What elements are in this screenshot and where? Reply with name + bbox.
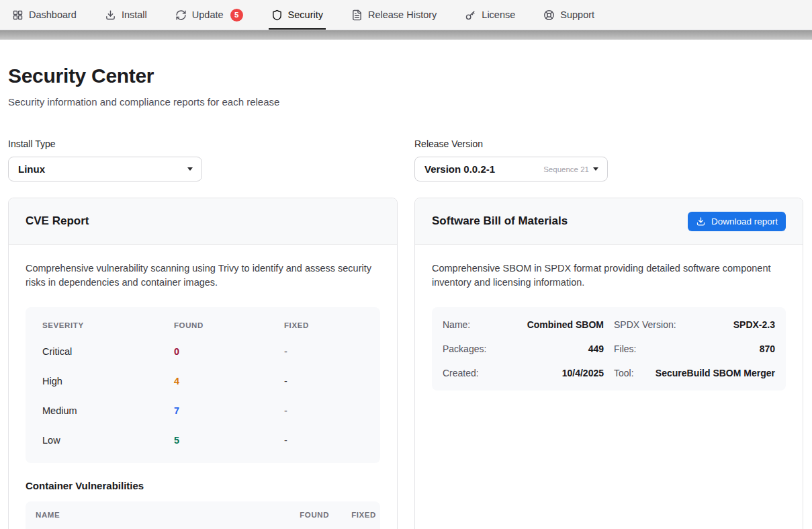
chevron-down-icon	[187, 167, 193, 171]
found-count: 0	[174, 346, 284, 357]
detail-label: SPDX Version:	[614, 319, 676, 330]
nav-item-label: Support	[560, 9, 594, 20]
release-version-value: Version 0.0.2-1	[424, 163, 495, 175]
sbom-body: Comprehensive SBOM in SPDX format provid…	[415, 245, 803, 407]
detail-label: Tool:	[614, 368, 634, 378]
nav-item-label: Release History	[368, 9, 437, 20]
found-count: 7	[174, 405, 284, 416]
column-header-found: FOUND	[174, 321, 284, 329]
severity-label: High	[42, 376, 174, 386]
sbom-detail-row: Name: Combined SBOM SPDX Version: SPDX-2…	[443, 313, 775, 337]
download-icon	[105, 9, 116, 21]
nav-item-support[interactable]: Support	[542, 0, 596, 30]
detail-label: Packages:	[443, 343, 486, 354]
detail-value: SPDX-2.3	[733, 319, 775, 330]
scroll-shadow-band	[0, 30, 812, 40]
sbom-header: Software Bill of Materials Download repo…	[415, 198, 803, 245]
table-row-critical: Critical 0 -	[26, 337, 380, 366]
key-icon	[465, 9, 476, 21]
fixed-count: -	[284, 405, 380, 416]
nav-item-update[interactable]: Update 5	[174, 0, 244, 30]
detail-value: 10/4/2025	[562, 368, 604, 378]
column-header-fixed: FIXED	[284, 321, 380, 329]
sbom-title: Software Bill of Materials	[432, 214, 568, 228]
detail-value: 449	[588, 343, 604, 354]
cve-report-body: Comprehensive vulnerability scanning usi…	[9, 245, 397, 529]
column-header-fixed: FIXED	[351, 511, 376, 519]
install-type-value: Linux	[18, 163, 45, 175]
page-subtitle: Security information and compliance repo…	[8, 96, 803, 108]
release-sequence-text: Sequence 21	[543, 165, 589, 173]
container-vulnerabilities-table-header: NAME FOUND FIXED	[26, 501, 380, 529]
document-icon	[351, 9, 363, 21]
nav-item-label: License	[482, 9, 515, 20]
install-type-filter: Install Type Linux	[8, 138, 398, 181]
column-header-name: NAME	[36, 511, 277, 519]
sbom-card: Software Bill of Materials Download repo…	[414, 198, 803, 529]
filters-row: Install Type Linux Release Version Versi…	[8, 138, 803, 181]
column-header-severity: SEVERITY	[42, 321, 174, 329]
nav-item-label: Install	[122, 9, 147, 20]
sbom-detail-row: Created: 10/4/2025 Tool: SecureBuild SBO…	[443, 361, 775, 385]
nav-item-label: Update	[192, 9, 224, 20]
detail-value: 870	[760, 343, 775, 354]
nav-item-license[interactable]: License	[463, 0, 516, 30]
container-vulnerabilities-title: Container Vulnerabilities	[26, 480, 380, 491]
sbom-detail-row: Packages: 449 Files: 870	[443, 337, 775, 361]
found-count: 5	[174, 435, 284, 446]
nav-item-dashboard[interactable]: Dashboard	[11, 0, 78, 30]
table-row-high: High 4 -	[26, 366, 380, 396]
cve-report-card: CVE Report Comprehensive vulnerability s…	[8, 198, 398, 529]
nav-item-label: Dashboard	[29, 9, 77, 20]
sbom-details-panel: Name: Combined SBOM SPDX Version: SPDX-2…	[432, 307, 786, 391]
install-type-select[interactable]: Linux	[8, 157, 202, 181]
severity-label: Low	[42, 435, 174, 446]
page-title: Security Center	[8, 65, 803, 87]
download-report-label: Download report	[711, 216, 778, 227]
top-navigation: Dashboard Install Update 5 Security	[0, 0, 812, 30]
nav-item-release-history[interactable]: Release History	[350, 0, 438, 30]
fixed-count: -	[284, 346, 380, 357]
download-report-button[interactable]: Download report	[688, 212, 786, 231]
cards-row: CVE Report Comprehensive vulnerability s…	[8, 198, 803, 529]
lifebuoy-icon	[543, 9, 555, 21]
table-row-low: Low 5 -	[26, 425, 380, 455]
release-version-label: Release Version	[414, 138, 803, 149]
cve-report-title: CVE Report	[26, 214, 89, 228]
release-version-select[interactable]: Version 0.0.2-1 Sequence 21	[414, 157, 608, 181]
detail-label: Created:	[443, 368, 479, 378]
detail-label: Name:	[443, 319, 470, 330]
download-icon	[696, 216, 706, 227]
update-count-badge: 5	[230, 9, 243, 22]
severity-label: Medium	[42, 405, 174, 416]
nav-item-install[interactable]: Install	[103, 0, 148, 30]
table-row-medium: Medium 7 -	[26, 396, 380, 425]
fixed-count: -	[284, 376, 380, 386]
severity-label: Critical	[42, 346, 174, 357]
chevron-down-icon	[593, 167, 598, 171]
nav-item-security[interactable]: Security	[270, 0, 324, 30]
detail-value: Combined SBOM	[527, 319, 604, 330]
detail-value: SecureBuild SBOM Merger	[656, 368, 775, 378]
column-header-found: FOUND	[300, 511, 329, 519]
cve-report-header: CVE Report	[9, 198, 397, 245]
install-type-label: Install Type	[8, 138, 398, 149]
nav-item-label: Security	[288, 9, 323, 20]
dashboard-grid-icon	[12, 9, 24, 21]
cve-report-description: Comprehensive vulnerability scanning usi…	[26, 261, 380, 290]
detail-label: Files:	[614, 343, 636, 354]
severity-table: SEVERITY FOUND FIXED Critical 0 - High 4…	[26, 307, 380, 463]
found-count: 4	[174, 376, 284, 386]
fixed-count: -	[284, 435, 380, 446]
shield-icon	[271, 9, 283, 21]
release-version-filter: Release Version Version 0.0.2-1 Sequence…	[414, 138, 803, 181]
refresh-icon	[175, 9, 187, 21]
severity-table-header: SEVERITY FOUND FIXED	[26, 311, 380, 337]
main-content: Security Center Security information and…	[0, 65, 812, 529]
sbom-description: Comprehensive SBOM in SPDX format provid…	[432, 261, 786, 290]
